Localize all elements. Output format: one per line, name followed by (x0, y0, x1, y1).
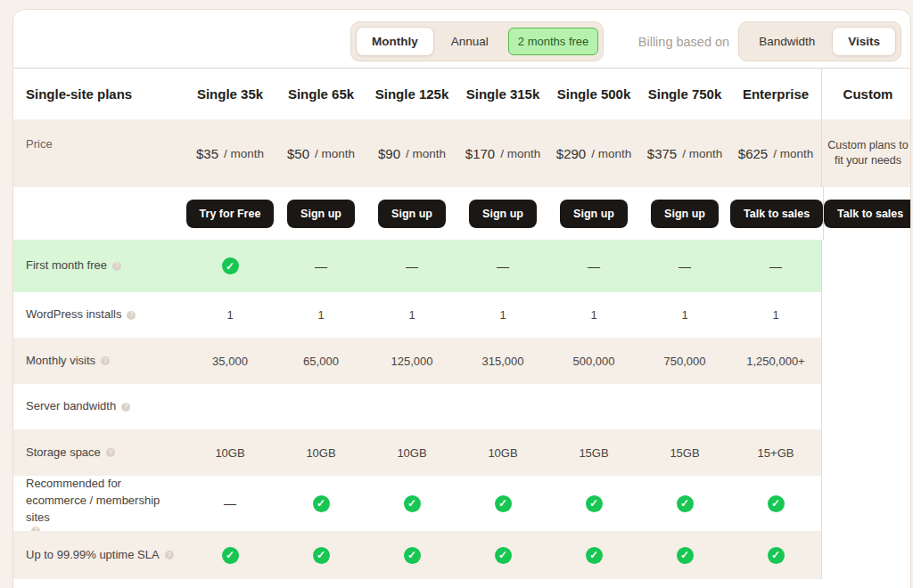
feature-label-text: Storage space (26, 445, 101, 461)
feature-value-single-35k: 35,000 (185, 338, 276, 384)
plan-price-single-315k: $170/ month (457, 119, 548, 187)
feature-rows: First month free?✓——————WordPress instal… (13, 240, 910, 579)
billing-period-toggle: Monthly Annual 2 months free (350, 21, 604, 61)
feature-value-enterprise: 1,250,000+ (730, 338, 821, 384)
price-suffix: / month (315, 147, 355, 160)
sign-up-button[interactable]: Sign up (560, 200, 628, 228)
price-value: $170 (465, 146, 495, 161)
feature-value-custom (821, 384, 911, 429)
feature-value-enterprise: 1 (730, 292, 821, 338)
annual-toggle-option[interactable]: Annual (436, 28, 504, 55)
plan-cta-cell-single-125k: Sign up (366, 187, 457, 240)
cta-row: Try for FreeSign upSign upSign upSign up… (13, 187, 910, 240)
talk-to-sales-button[interactable]: Talk to sales (730, 200, 823, 228)
plan-header-single-65k: Single 65k (276, 69, 366, 119)
feature-value-single-315k: ✓ (457, 531, 548, 579)
feature-value-custom (821, 292, 911, 338)
billing-based-on-label: Billing based on (638, 35, 729, 49)
feature-label-first-month-free: First month free? (13, 240, 185, 292)
check-icon: ✓ (768, 495, 785, 512)
monthly-toggle-option[interactable]: Monthly (356, 27, 434, 56)
try-for-free-button[interactable]: Try for Free (186, 200, 275, 228)
check-icon: ✓ (495, 495, 512, 512)
billing-basis-toggle: Bandwidth Visits (738, 21, 901, 61)
sign-up-button[interactable]: Sign up (287, 200, 355, 228)
feature-label-monthly-visits: Monthly visits? (13, 338, 185, 384)
feature-label-wordpress-installs: WordPress installs? (13, 292, 185, 338)
plan-cta-cell-enterprise: Talk to sales (730, 187, 823, 240)
info-icon[interactable]: ? (112, 262, 121, 271)
billing-toolbar: Monthly Annual 2 months free Billing bas… (13, 10, 910, 69)
visits-toggle-option[interactable]: Visits (832, 27, 896, 56)
feature-row-monthly-visits: Monthly visits?35,00065,000125,000315,00… (13, 338, 910, 384)
feature-value-single-315k: ✓ (457, 476, 548, 531)
feature-row-wordpress-installs: WordPress installs?1111111 (13, 292, 910, 338)
feature-value-single-315k: — (457, 240, 548, 292)
plan-cta-cell-single-315k: Sign up (457, 187, 548, 240)
feature-value-custom (821, 338, 911, 384)
plan-price-single-500k: $290/ month (548, 119, 639, 187)
plan-header-single-500k: Single 500k (548, 69, 639, 119)
feature-value-single-750k: — (639, 240, 730, 292)
feature-value-single-315k (457, 384, 548, 429)
feature-value-single-65k: 10GB (276, 429, 366, 476)
info-icon[interactable]: ? (106, 448, 115, 457)
price-suffix: / month (773, 147, 813, 160)
talk-to-sales-button[interactable]: Talk to sales (824, 200, 911, 228)
plan-price-single-65k: $50/ month (276, 119, 366, 187)
bandwidth-toggle-option[interactable]: Bandwidth (744, 28, 830, 55)
feature-value-enterprise: ✓ (730, 476, 821, 531)
feature-value-single-315k: 1 (457, 292, 548, 338)
check-icon: ✓ (677, 547, 694, 564)
info-icon[interactable]: ? (101, 356, 110, 365)
info-icon[interactable]: ? (121, 403, 130, 412)
feature-label-up-to-99-99-uptime-sla: Up to 99.99% uptime SLA? (13, 531, 185, 579)
check-icon: ✓ (768, 547, 785, 564)
sign-up-button[interactable]: Sign up (378, 200, 446, 228)
dash-icon: — (315, 259, 327, 274)
price-row: Price $35/ month$50/ month$90/ month$170… (13, 119, 910, 187)
feature-value-enterprise: ✓ (730, 531, 821, 579)
feature-value-single-315k: 10GB (457, 429, 548, 476)
custom-plan-note: Custom plans to fit your needs (826, 138, 911, 169)
feature-value-single-750k: 750,000 (639, 338, 730, 384)
sign-up-button[interactable]: Sign up (651, 200, 719, 228)
price-value: $90 (378, 146, 400, 161)
plan-header-single-315k: Single 315k (457, 69, 548, 119)
feature-value-single-35k (185, 384, 276, 429)
price-suffix: / month (591, 147, 631, 160)
plan-header-enterprise: Enterprise (730, 69, 821, 119)
sign-up-button[interactable]: Sign up (469, 200, 537, 228)
feature-value-single-35k: 1 (185, 292, 276, 338)
check-icon: ✓ (677, 495, 694, 512)
pricing-card: Monthly Annual 2 months free Billing bas… (12, 9, 911, 588)
feature-label-text: WordPress installs (26, 306, 121, 323)
check-icon: ✓ (222, 547, 239, 564)
feature-label-storage-space: Storage space? (13, 429, 185, 476)
feature-value-single-65k: ✓ (276, 531, 366, 579)
feature-value-single-125k: ✓ (366, 531, 457, 579)
plan-header-custom: Custom (821, 69, 911, 119)
feature-value-single-500k: ✓ (548, 476, 639, 531)
feature-value-single-500k: 500,000 (548, 338, 639, 384)
feature-value-single-125k: 1 (366, 292, 457, 338)
two-months-free-badge: 2 months free (508, 28, 599, 55)
feature-value-single-35k: ✓ (185, 240, 276, 292)
dash-icon: — (224, 496, 236, 510)
feature-value-single-35k: 10GB (185, 429, 276, 476)
plan-price-custom: Custom plans to fit your needs (821, 119, 911, 187)
info-icon[interactable]: ? (127, 311, 136, 320)
plan-price-single-35k: $35/ month (185, 119, 276, 187)
price-value: $35 (196, 146, 218, 161)
info-icon[interactable]: ? (165, 551, 174, 559)
feature-value-single-65k: 1 (276, 292, 366, 338)
feature-value-single-65k: ✓ (276, 476, 366, 531)
feature-value-single-500k (548, 384, 639, 429)
price-value: $50 (287, 146, 309, 161)
feature-row-first-month-free: First month free?✓—————— (13, 240, 910, 292)
feature-value-single-750k: 1 (639, 292, 730, 338)
check-icon: ✓ (313, 495, 330, 512)
feature-value-custom (821, 531, 911, 579)
price-suffix: / month (224, 147, 264, 160)
check-icon: ✓ (586, 547, 603, 564)
